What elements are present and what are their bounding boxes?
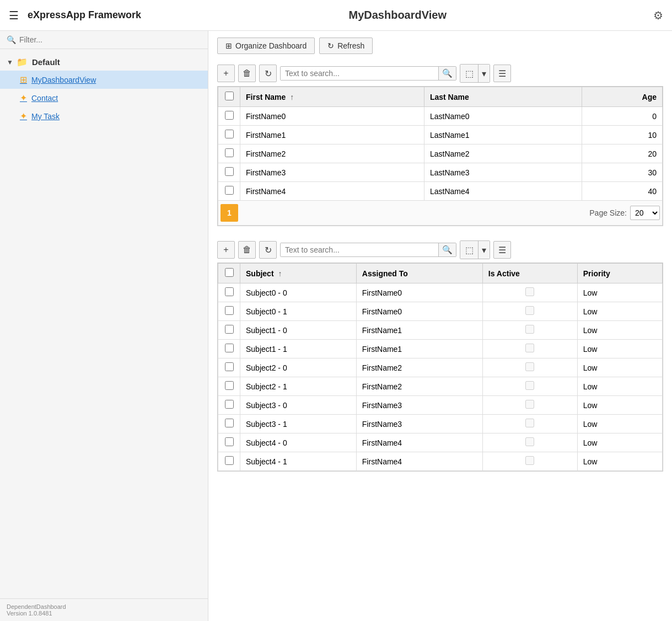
grid1-row-checkbox[interactable] xyxy=(225,130,234,138)
grid1-delete-button[interactable]: 🗑 xyxy=(238,65,256,82)
grid2-isactive-checkbox[interactable] xyxy=(525,325,534,334)
grid1-cell-lastname: LastName2 xyxy=(424,144,582,163)
grid2-col-assignedto-label: Assigned To xyxy=(362,269,408,278)
grid2-row-checkbox[interactable] xyxy=(225,306,234,315)
grid2-add-button[interactable]: + xyxy=(217,241,235,259)
sidebar-item-mydashboardview[interactable]: ⊞ MyDashboardView xyxy=(0,71,208,89)
grid1-cell-lastname: LastName0 xyxy=(424,107,582,126)
grid2-search-button[interactable]: 🔍 xyxy=(438,243,456,256)
item-icon-mydashboardview: ⊞ xyxy=(20,74,27,85)
grid2-col-subject-label: Subject xyxy=(246,269,274,278)
refresh-icon: ↻ xyxy=(327,41,334,50)
grid2-cell-isactive xyxy=(482,340,577,358)
grid1-export-dropdown-button[interactable]: ▾ xyxy=(479,65,490,82)
grid2-isactive-checkbox[interactable] xyxy=(525,362,534,371)
grid2-row-checkbox[interactable] xyxy=(225,419,234,427)
grid1-col-lastname-label: Last Name xyxy=(430,93,469,101)
grid2-select-all-checkbox[interactable] xyxy=(225,268,234,277)
grid2-isactive-checkbox[interactable] xyxy=(525,344,534,352)
grid2-isactive-checkbox[interactable] xyxy=(525,437,534,446)
grid2-delete-button[interactable]: 🗑 xyxy=(238,241,256,259)
grid2-isactive-checkbox[interactable] xyxy=(525,306,534,315)
grid2-cell-assignedto: FirstName1 xyxy=(356,321,482,340)
grid2-row-checkbox[interactable] xyxy=(225,362,234,371)
grid2-row-checkbox[interactable] xyxy=(225,287,234,296)
grid1-search-input[interactable] xyxy=(281,67,438,80)
settings-gear-icon[interactable]: ⚙ xyxy=(653,9,663,22)
grid2-cell-subject: Subject4 - 1 xyxy=(240,452,357,471)
grid1-row-checkbox[interactable] xyxy=(225,148,234,157)
organize-dashboard-button[interactable]: ⊞ Organize Dashboard xyxy=(217,38,315,54)
grid1-export-group: ⬚ ▾ xyxy=(460,64,490,83)
grid2-row-checkbox[interactable] xyxy=(225,456,234,465)
grid2-export-button[interactable]: ⬚ xyxy=(460,241,478,259)
grid2-row-checkbox[interactable] xyxy=(225,325,234,334)
grid1-add-button[interactable]: + xyxy=(217,65,235,82)
grid2-row-checkbox[interactable] xyxy=(225,381,234,390)
grid2-cell-subject: Subject1 - 1 xyxy=(240,340,357,358)
grid2-cell-subject: Subject3 - 0 xyxy=(240,396,357,415)
grid1-row-checkbox-cell xyxy=(218,182,240,201)
grid2-row-checkbox-cell xyxy=(218,396,240,415)
grid1-header-select-all[interactable] xyxy=(218,87,240,107)
grid2-cell-assignedto: FirstName0 xyxy=(356,283,482,302)
grid1-row-checkbox[interactable] xyxy=(225,111,234,120)
grid2-row: Subject0 - 0 FirstName0 Low xyxy=(218,283,663,302)
refresh-button[interactable]: ↻ Refresh xyxy=(319,38,373,54)
grid1-header-lastname[interactable]: Last Name xyxy=(424,87,582,107)
grid2-cell-isactive xyxy=(482,321,577,340)
grid2-row-checkbox[interactable] xyxy=(225,437,234,446)
grid2-isactive-checkbox[interactable] xyxy=(525,287,534,296)
grid2-row-checkbox[interactable] xyxy=(225,344,234,352)
grid1-row-checkbox[interactable] xyxy=(225,186,234,195)
grid2-header-subject[interactable]: Subject ↑ xyxy=(240,264,357,283)
sidebar-item-mytask[interactable]: ✦ My Task xyxy=(0,107,208,125)
grid2-isactive-checkbox[interactable] xyxy=(525,456,534,465)
grid2-cell-assignedto: FirstName3 xyxy=(356,396,482,415)
grid1-cell-firstname: FirstName2 xyxy=(240,144,424,163)
grid1-cell-firstname: FirstName1 xyxy=(240,126,424,144)
grid1-header-age[interactable]: Age xyxy=(582,87,662,107)
grid2-row-checkbox[interactable] xyxy=(225,400,234,409)
grid2-isactive-checkbox[interactable] xyxy=(525,419,534,427)
grid1-row-checkbox[interactable] xyxy=(225,167,234,176)
grid2-export-dropdown-button[interactable]: ▾ xyxy=(479,241,490,259)
hamburger-menu-icon[interactable]: ☰ xyxy=(9,9,19,22)
sidebar-item-contact[interactable]: ✦ Contact xyxy=(0,89,208,107)
grid1-search-button[interactable]: 🔍 xyxy=(438,67,456,80)
grid2-header-isactive[interactable]: Is Active xyxy=(482,264,577,283)
grid2-cell-assignedto: FirstName4 xyxy=(356,452,482,471)
grid2-search-input[interactable] xyxy=(281,243,438,256)
grid1-toolbar: + 🗑 ↻ 🔍 ⬚ ▾ ☰ xyxy=(217,61,663,86)
grid2-header-priority[interactable]: Priority xyxy=(577,264,662,283)
grid2-refresh-button[interactable]: ↻ xyxy=(259,241,277,259)
grid2-isactive-checkbox[interactable] xyxy=(525,381,534,390)
grid2-column-chooser-button[interactable]: ☰ xyxy=(493,241,511,259)
grid1-select-all-checkbox[interactable] xyxy=(225,92,234,100)
grid2-row-checkbox-cell xyxy=(218,377,240,396)
grid1-refresh-button[interactable]: ↻ xyxy=(259,65,277,82)
grid2-cell-isactive xyxy=(482,415,577,433)
grid2-row: Subject3 - 1 FirstName3 Low xyxy=(218,415,663,433)
grid2-toolbar: + 🗑 ↻ 🔍 ⬚ ▾ ☰ xyxy=(217,237,663,263)
grid1-page-size-label: Page Size: xyxy=(589,208,627,217)
tree-group-default[interactable]: ▼ 📁 Default xyxy=(0,53,208,71)
grid2-cell-assignedto: FirstName2 xyxy=(356,377,482,396)
grid2-cell-subject: Subject2 - 1 xyxy=(240,377,357,396)
grid1-column-chooser-button[interactable]: ☰ xyxy=(493,65,511,82)
grid1-cell-lastname: LastName4 xyxy=(424,182,582,201)
grid1-export-button[interactable]: ⬚ xyxy=(460,65,478,82)
grid1-page-size-select[interactable]: 20 50 100 xyxy=(630,206,660,220)
grid2-cell-assignedto: FirstName0 xyxy=(356,302,482,321)
grid1-page-1-button[interactable]: 1 xyxy=(221,204,238,222)
grid2-isactive-checkbox[interactable] xyxy=(525,400,534,409)
sidebar-filter-input[interactable] xyxy=(19,35,201,44)
grid1-header-firstname[interactable]: First Name ↑ xyxy=(240,87,424,107)
grid2-header-select-all[interactable] xyxy=(218,264,240,283)
grid2-cell-priority: Low xyxy=(577,433,662,452)
grid2-cell-assignedto: FirstName1 xyxy=(356,340,482,358)
page-title: MyDashboardView xyxy=(332,9,654,22)
grid2-header-assignedto[interactable]: Assigned To xyxy=(356,264,482,283)
grid2-col-priority-label: Priority xyxy=(583,269,610,278)
grid1-page-buttons: 1 xyxy=(221,204,238,222)
